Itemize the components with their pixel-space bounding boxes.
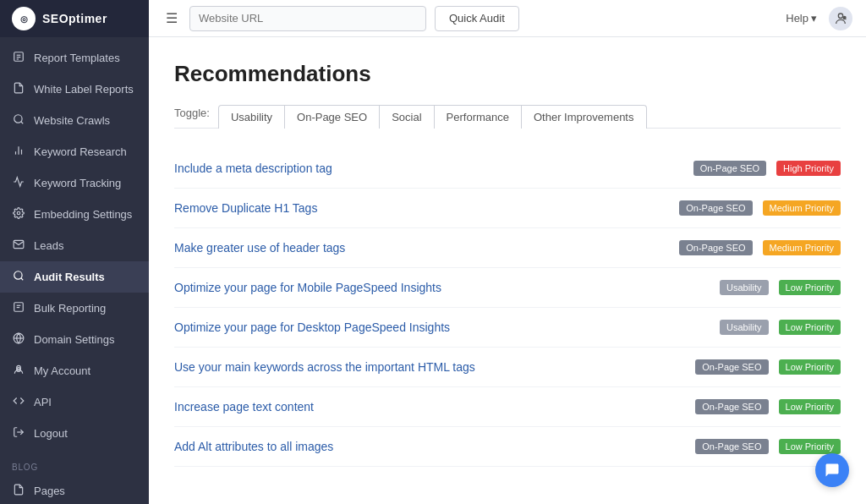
sidebar-label-white-label-reports: White Label Reports (34, 83, 134, 96)
sidebar-label-leads: Leads (34, 239, 63, 252)
table-row: Use your main keywords across the import… (174, 348, 841, 387)
sidebar-label-audit-results: Audit Results (34, 271, 105, 283)
rec-title-0[interactable]: Include a meta description tag (174, 162, 683, 175)
table-row: Make greater use of header tagsOn-Page S… (174, 228, 841, 268)
filter-toggle-label: Toggle: (174, 107, 210, 126)
sidebar-label-keyword-tracking: Keyword Tracking (34, 177, 121, 189)
sidebar-label-pages: Pages (34, 485, 65, 497)
sidebar-item-domain-settings[interactable]: Domain Settings (0, 324, 149, 355)
rec-tag-1: On-Page SEO (679, 200, 752, 216)
sidebar-item-leads[interactable]: Leads (0, 230, 149, 261)
rec-title-6[interactable]: Increase page text content (174, 400, 685, 414)
rec-title-1[interactable]: Remove Duplicate H1 Tags (174, 201, 669, 215)
keyword-tracking-icon (12, 176, 25, 190)
table-row: Optimize your page for Mobile PageSpeed … (174, 268, 841, 308)
keyword-research-icon (12, 145, 25, 159)
rec-tag-2: On-Page SEO (679, 240, 752, 255)
chat-button[interactable] (815, 453, 849, 487)
white-label-reports-icon (12, 82, 25, 96)
sidebar-item-keyword-tracking[interactable]: Keyword Tracking (0, 167, 149, 199)
leads-icon (12, 238, 25, 253)
table-row: Add Alt attributes to all imagesOn-Page … (174, 427, 841, 467)
sidebar-label-api: API (34, 396, 52, 408)
rec-priority-5: Low Priority (779, 359, 841, 375)
logo-text: SEOptimer (42, 12, 107, 25)
sidebar-label-keyword-research: Keyword Research (34, 145, 127, 158)
sidebar-item-embedding-settings[interactable]: Embedding Settings (0, 199, 149, 230)
sidebar-item-report-templates[interactable]: Report Templates (0, 42, 149, 74)
rec-priority-2: Medium Priority (763, 240, 841, 255)
rec-priority-7: Low Priority (779, 439, 841, 454)
help-menu[interactable]: Help ▾ (786, 12, 817, 25)
rec-priority-1: Medium Priority (763, 200, 841, 216)
api-icon (12, 395, 25, 409)
topbar-right: Help ▾ (786, 7, 852, 30)
sidebar-label-report-templates: Report Templates (34, 52, 120, 64)
filter-tab-social[interactable]: Social (379, 105, 434, 129)
sidebar-label-logout: Logout (34, 427, 68, 440)
sidebar-item-website-crawls[interactable]: Website Crawls (0, 105, 149, 136)
topbar: ☰ Quick Audit Help ▾ (149, 0, 866, 37)
rec-title-5[interactable]: Use your main keywords across the import… (174, 360, 685, 374)
embedding-settings-icon (12, 207, 25, 222)
report-templates-icon (12, 51, 25, 65)
rec-title-7[interactable]: Add Alt attributes to all images (174, 440, 685, 453)
sidebar: ◎ SEOptimer Report TemplatesWhite Label … (0, 0, 149, 504)
filter-tabs: UsabilityOn-Page SEOSocialPerformanceOth… (218, 104, 646, 128)
filter-tab-on-page-seo[interactable]: On-Page SEO (284, 105, 380, 129)
quick-audit-button[interactable]: Quick Audit (435, 6, 519, 31)
hamburger-icon[interactable]: ☰ (162, 7, 181, 30)
help-caret: ▾ (811, 12, 817, 25)
main-area: ☰ Quick Audit Help ▾ Recommendations Tog… (149, 0, 866, 504)
recommendations-list: Include a meta description tagOn-Page SE… (174, 149, 841, 467)
domain-settings-icon (12, 332, 25, 347)
sidebar-item-audit-results[interactable]: Audit Results (0, 261, 149, 293)
content-area: Recommendations Toggle: UsabilityOn-Page… (149, 37, 866, 504)
url-input[interactable] (189, 6, 426, 31)
rec-title-3[interactable]: Optimize your page for Mobile PageSpeed … (174, 281, 710, 294)
bulk-reporting-icon (12, 301, 25, 315)
sidebar-label-domain-settings: Domain Settings (34, 333, 114, 346)
filter-tab-usability[interactable]: Usability (218, 105, 285, 129)
website-crawls-icon (12, 113, 25, 128)
rec-tag-0: On-Page SEO (693, 161, 766, 176)
filter-tab-other-improvements[interactable]: Other Improvements (521, 105, 647, 129)
logo-icon: ◎ (12, 7, 36, 30)
audit-results-icon (12, 270, 25, 284)
svg-point-21 (843, 15, 847, 19)
sidebar-item-white-label-reports[interactable]: White Label Reports (0, 74, 149, 105)
filter-row: Toggle: UsabilityOn-Page SEOSocialPerfor… (174, 104, 841, 129)
sidebar-item-pages[interactable]: Pages (0, 475, 149, 504)
sidebar-nav: Report TemplatesWhite Label ReportsWebsi… (0, 37, 149, 454)
rec-tag-6: On-Page SEO (695, 399, 768, 414)
rec-priority-0: High Priority (776, 161, 841, 176)
table-row: Include a meta description tagOn-Page SE… (174, 149, 841, 189)
sidebar-label-website-crawls: Website Crawls (34, 114, 110, 127)
my-account-icon (12, 364, 25, 378)
sidebar-label-my-account: My Account (34, 364, 90, 377)
sidebar-label-embedding-settings: Embedding Settings (34, 208, 132, 221)
table-row: Increase page text contentOn-Page SEOLow… (174, 387, 841, 427)
sidebar-label-bulk-reporting: Bulk Reporting (34, 302, 106, 315)
pages-icon (12, 484, 25, 498)
logout-icon (12, 426, 25, 441)
sidebar-section-blog: Blog (0, 454, 149, 475)
sidebar-item-my-account[interactable]: My Account (0, 355, 149, 386)
sidebar-item-bulk-reporting[interactable]: Bulk Reporting (0, 293, 149, 324)
rec-priority-4: Low Priority (779, 320, 841, 335)
help-label: Help (786, 12, 808, 25)
svg-point-10 (14, 271, 22, 279)
table-row: Remove Duplicate H1 TagsOn-Page SEOMediu… (174, 189, 841, 228)
rec-title-2[interactable]: Make greater use of header tags (174, 241, 669, 255)
sidebar-item-logout[interactable]: Logout (0, 418, 149, 449)
sidebar-item-keyword-research[interactable]: Keyword Research (0, 136, 149, 167)
page-title: Recommendations (174, 61, 841, 87)
svg-point-20 (838, 14, 842, 18)
sidebar-item-api[interactable]: API (0, 386, 149, 418)
rec-tag-4: Usability (720, 320, 769, 335)
logo[interactable]: ◎ SEOptimer (0, 0, 149, 37)
user-icon[interactable] (829, 7, 852, 30)
rec-priority-6: Low Priority (779, 399, 841, 414)
filter-tab-performance[interactable]: Performance (434, 105, 522, 129)
rec-title-4[interactable]: Optimize your page for Desktop PageSpeed… (174, 320, 710, 334)
